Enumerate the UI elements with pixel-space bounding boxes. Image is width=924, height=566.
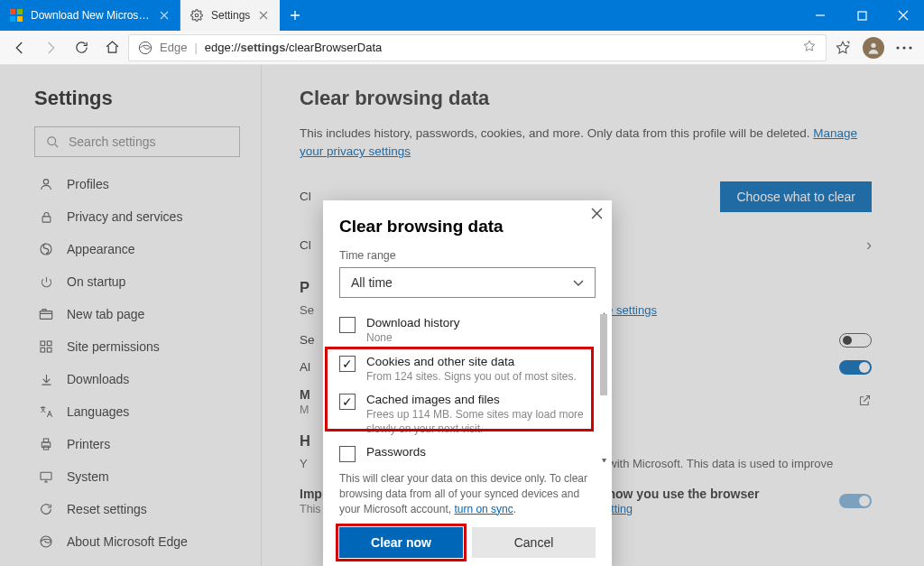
- option-title: Passwords: [366, 445, 596, 459]
- select-value: All time: [351, 275, 393, 290]
- option-cookies[interactable]: Cookies and other site data From 124 sit…: [323, 349, 612, 388]
- more-menu-button[interactable]: [890, 33, 919, 62]
- settings-favicon: [189, 8, 204, 23]
- url-text: edge://settings/clearBrowserData: [205, 41, 383, 54]
- tab-title: Download New Microsoft Edge I: [31, 9, 151, 22]
- option-subtitle: 10 passwords (for 10.1.2.158, google.com…: [366, 460, 596, 462]
- window-maximize-button[interactable]: [841, 0, 882, 31]
- checkbox-checked[interactable]: [339, 394, 356, 410]
- back-button[interactable]: [5, 33, 34, 62]
- svg-rect-3: [17, 16, 23, 22]
- option-cached[interactable]: Cached images and files Frees up 114 MB.…: [323, 387, 612, 440]
- checkbox[interactable]: [339, 446, 356, 462]
- windows-favicon: [9, 8, 23, 23]
- scrollbar-thumb[interactable]: [600, 314, 607, 395]
- time-range-select[interactable]: All time: [339, 267, 596, 298]
- options-scroll-area: Download history None Cookies and other …: [323, 311, 612, 462]
- separator: |: [194, 41, 197, 54]
- svg-point-4: [195, 14, 199, 17]
- dialog-close-button[interactable]: [591, 208, 603, 222]
- close-tab-icon[interactable]: [158, 9, 171, 22]
- svg-rect-2: [10, 16, 15, 22]
- edge-label: Edge: [160, 41, 187, 54]
- svg-rect-1: [17, 9, 23, 14]
- option-title: Cached images and files: [366, 393, 596, 406]
- forward-button[interactable]: [36, 33, 65, 62]
- browser-toolbar: Edge | edge://settings/clearBrowserData: [0, 31, 924, 65]
- tab-title: Settings: [211, 9, 250, 22]
- refresh-button[interactable]: [67, 33, 96, 62]
- window-minimize-button[interactable]: [799, 0, 841, 31]
- svg-point-10: [909, 46, 911, 49]
- profile-avatar[interactable]: [863, 37, 884, 59]
- svg-point-8: [896, 46, 899, 49]
- option-subtitle: Frees up 114 MB. Some sites may load mor…: [366, 408, 596, 436]
- home-button[interactable]: [97, 33, 126, 62]
- option-download-history[interactable]: Download history None: [323, 311, 612, 349]
- svg-point-9: [902, 46, 905, 49]
- favorites-button[interactable]: [828, 33, 857, 62]
- time-range-label: Time range: [323, 249, 612, 267]
- page-content: Settings Search settings Profiles Privac…: [0, 65, 924, 566]
- checkbox[interactable]: [339, 317, 356, 333]
- option-title: Download history: [366, 316, 460, 329]
- address-bar[interactable]: Edge | edge://settings/clearBrowserData: [128, 34, 827, 61]
- svg-rect-0: [10, 9, 15, 14]
- svg-point-6: [139, 42, 151, 53]
- browser-tab[interactable]: Download New Microsoft Edge I: [0, 0, 180, 31]
- svg-point-7: [871, 42, 875, 47]
- cancel-button[interactable]: Cancel: [472, 527, 596, 558]
- close-tab-icon[interactable]: [257, 9, 270, 22]
- scrollbar[interactable]: ▴ ▾: [597, 311, 610, 462]
- new-tab-button[interactable]: [280, 0, 310, 31]
- dialog-title: Clear browsing data: [323, 217, 612, 249]
- scroll-down-arrow[interactable]: ▾: [599, 455, 608, 462]
- svg-rect-5: [858, 12, 866, 20]
- chevron-down-icon: [573, 275, 584, 290]
- window-close-button[interactable]: [882, 0, 924, 31]
- clear-browsing-data-dialog: Clear browsing data Time range All time …: [323, 200, 612, 566]
- option-subtitle: None: [366, 331, 460, 346]
- dialog-note: This will clear your data on this device…: [323, 471, 612, 516]
- browser-tab-active[interactable]: Settings: [180, 0, 280, 31]
- option-passwords[interactable]: Passwords 10 passwords (for 10.1.2.158, …: [323, 440, 612, 462]
- clear-now-button[interactable]: Clear now: [339, 527, 463, 558]
- favorite-star-icon[interactable]: [802, 39, 817, 56]
- checkbox-checked[interactable]: [339, 356, 356, 372]
- window-titlebar: Download New Microsoft Edge I Settings: [0, 0, 924, 31]
- option-subtitle: From 124 sites. Signs you out of most si…: [366, 370, 577, 385]
- turn-on-sync-link[interactable]: turn on sync: [454, 503, 513, 515]
- edge-icon: [138, 41, 152, 55]
- option-title: Cookies and other site data: [366, 355, 577, 368]
